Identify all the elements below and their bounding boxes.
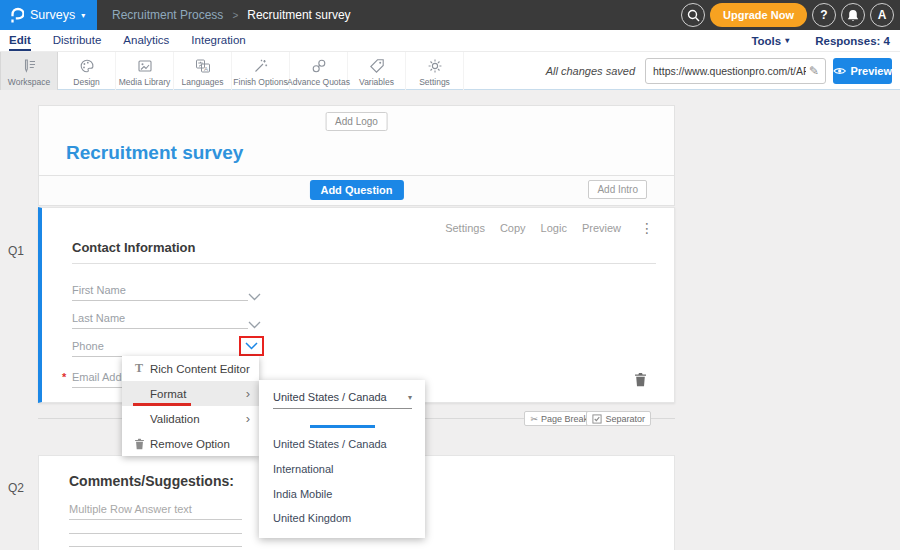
bell-icon bbox=[847, 9, 859, 22]
menu-item-validation[interactable]: Validation › bbox=[122, 406, 259, 431]
notifications-button[interactable] bbox=[841, 3, 865, 27]
toolbar-item-label: Advance Quotas bbox=[287, 77, 350, 87]
field-context-menu: T Rich Content Editor Format › Validatio… bbox=[122, 356, 259, 456]
tab-edit[interactable]: Edit bbox=[9, 30, 31, 51]
format-submenu: United States / Canada ▾ United States /… bbox=[259, 380, 425, 538]
format-option-united-kingdom[interactable]: United Kingdom bbox=[273, 512, 351, 524]
breadcrumb-parent-link[interactable]: Recruitment Process bbox=[112, 8, 223, 22]
breadcrumb: Recruitment Process > Recruitment survey bbox=[112, 8, 351, 22]
translate-icon: A bbox=[195, 58, 211, 75]
add-question-button[interactable]: Add Question bbox=[309, 180, 403, 200]
answer-underline bbox=[69, 533, 242, 534]
help-button[interactable]: ? bbox=[812, 3, 836, 27]
survey-url-input[interactable] bbox=[646, 65, 809, 77]
tools-label: Tools bbox=[751, 35, 781, 47]
toolbar-item-variables[interactable]: Variables bbox=[348, 52, 406, 90]
question-title[interactable]: Contact Information bbox=[72, 240, 196, 255]
delete-question-button[interactable] bbox=[634, 372, 647, 391]
add-logo-button[interactable]: Add Logo bbox=[325, 112, 388, 131]
menu-item-label: Rich Content Editor bbox=[150, 363, 250, 375]
nav-right: Tools ▾ Responses: 4 bbox=[751, 35, 890, 47]
answer-placeholder[interactable]: Multiple Row Answer text bbox=[69, 503, 192, 515]
workspace-icon bbox=[21, 58, 37, 75]
format-option-us-canada[interactable]: United States / Canada bbox=[273, 438, 387, 450]
trash-icon bbox=[634, 372, 647, 387]
search-icon bbox=[687, 9, 700, 22]
responses-count: 4 bbox=[884, 35, 890, 47]
field-label-first-name[interactable]: First Name bbox=[72, 284, 126, 296]
breadcrumb-separator: > bbox=[232, 10, 238, 21]
toolbar-item-label: Workspace bbox=[8, 77, 50, 87]
checkbox-icon bbox=[592, 414, 602, 424]
add-intro-button[interactable]: Add Intro bbox=[588, 180, 647, 199]
tab-distribute[interactable]: Distribute bbox=[53, 30, 102, 51]
breadcrumb-current: Recruitment survey bbox=[247, 8, 350, 22]
field-dropdown-chevron-icon[interactable] bbox=[248, 287, 261, 305]
account-avatar[interactable]: A bbox=[870, 3, 894, 27]
image-icon bbox=[137, 58, 153, 75]
autosave-status: All changes saved bbox=[546, 65, 635, 77]
surveys-product-menu[interactable]: Surveys ▾ bbox=[0, 0, 97, 30]
more-options-kebab-icon[interactable]: ⋮ bbox=[640, 220, 654, 236]
menu-item-format[interactable]: Format › bbox=[122, 381, 259, 406]
scissors-icon: ✂ bbox=[530, 414, 538, 424]
field-label-last-name[interactable]: Last Name bbox=[72, 312, 125, 324]
menu-item-label: Validation bbox=[150, 413, 200, 425]
toolbar-item-settings[interactable]: Settings bbox=[406, 52, 464, 90]
topbar: Surveys ▾ Recruitment Process > Recruitm… bbox=[0, 0, 900, 30]
survey-title[interactable]: Recruitment survey bbox=[66, 142, 243, 164]
eye-icon bbox=[833, 66, 846, 76]
page-break-label: Page Break bbox=[541, 414, 588, 424]
active-indicator bbox=[310, 425, 375, 428]
toolbar-item-design[interactable]: Design bbox=[58, 52, 116, 90]
svg-text:A: A bbox=[204, 66, 208, 72]
rich-text-icon: T bbox=[131, 361, 147, 376]
survey-header-card: Add Logo Recruitment survey bbox=[38, 105, 675, 176]
toolbar-item-advance-quotas[interactable]: Advance Quotas bbox=[290, 52, 348, 90]
gear-icon bbox=[427, 58, 443, 75]
toolbar-item-finish-options[interactable]: Finish Options bbox=[232, 52, 290, 90]
format-option-india-mobile[interactable]: India Mobile bbox=[273, 488, 332, 500]
divider bbox=[72, 263, 656, 264]
menu-item-rich-content-editor[interactable]: T Rich Content Editor bbox=[122, 356, 259, 381]
field-label-phone[interactable]: Phone bbox=[72, 340, 104, 352]
field-underline bbox=[72, 300, 248, 301]
phone-format-select[interactable]: United States / Canada ▾ bbox=[273, 391, 412, 409]
question-settings-link[interactable]: Settings bbox=[445, 222, 485, 234]
page-break-button[interactable]: ✂ Page Break bbox=[524, 411, 594, 426]
survey-url-box: ✎ bbox=[645, 58, 826, 84]
format-option-international[interactable]: International bbox=[273, 463, 334, 475]
question-logic-link[interactable]: Logic bbox=[541, 222, 567, 234]
toolbar-item-workspace[interactable]: Workspace bbox=[0, 52, 58, 90]
toolbar-item-label: Settings bbox=[419, 77, 450, 87]
responses-link[interactable]: Responses: 4 bbox=[815, 35, 890, 47]
preview-label: Preview bbox=[850, 65, 892, 77]
toolbar-item-label: Languages bbox=[181, 77, 223, 87]
question-copy-link[interactable]: Copy bbox=[500, 222, 526, 234]
preview-button[interactable]: Preview bbox=[833, 58, 892, 84]
question-preview-link[interactable]: Preview bbox=[582, 222, 621, 234]
field-dropdown-chevron-icon[interactable] bbox=[248, 315, 261, 333]
menu-item-remove-option[interactable]: Remove Option bbox=[122, 431, 259, 456]
required-asterisk: * bbox=[62, 371, 66, 383]
field-dropdown-chevron-icon-active[interactable] bbox=[245, 342, 258, 350]
tools-dropdown[interactable]: Tools ▾ bbox=[751, 35, 789, 47]
edit-url-pencil-icon[interactable]: ✎ bbox=[809, 64, 825, 78]
field-underline bbox=[72, 328, 248, 329]
search-button[interactable] bbox=[681, 3, 705, 27]
separator-button[interactable]: Separator bbox=[586, 411, 651, 426]
upgrade-now-button[interactable]: Upgrade Now bbox=[710, 3, 807, 27]
menu-item-label: Remove Option bbox=[150, 438, 230, 450]
toolbar-item-media-library[interactable]: Media Library bbox=[116, 52, 174, 90]
toolbar-item-languages[interactable]: A Languages bbox=[174, 52, 232, 90]
tab-analytics[interactable]: Analytics bbox=[123, 30, 169, 51]
tab-integration[interactable]: Integration bbox=[191, 30, 245, 51]
add-question-strip: Add Question Add Intro bbox=[38, 176, 675, 206]
magic-wand-icon bbox=[253, 58, 269, 75]
answer-underline bbox=[69, 519, 242, 520]
separator-label: Separator bbox=[605, 414, 645, 424]
toolbar-item-label: Finish Options bbox=[233, 77, 287, 87]
question-title[interactable]: Comments/Suggestions: bbox=[69, 473, 234, 489]
chain-links-icon bbox=[311, 58, 327, 75]
selected-format-value: United States / Canada bbox=[273, 391, 387, 403]
